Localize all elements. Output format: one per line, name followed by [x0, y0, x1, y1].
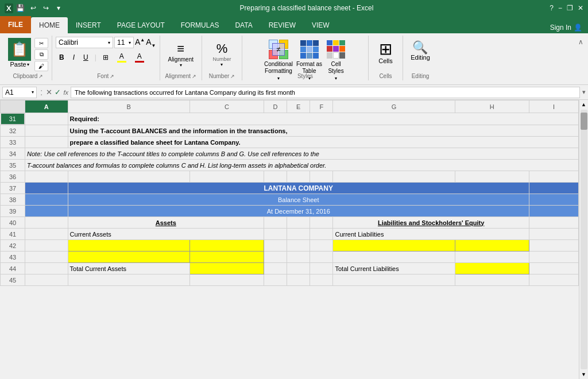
- help-icon[interactable]: ?: [550, 4, 554, 12]
- cell-f43[interactable]: [310, 252, 333, 263]
- underline-button[interactable]: U: [80, 52, 92, 63]
- col-header-h[interactable]: H: [455, 100, 529, 113]
- font-size-selector[interactable]: 11▾: [114, 37, 134, 48]
- cell-f36[interactable]: [310, 171, 333, 183]
- collapse-ribbon-button[interactable]: ∧: [578, 38, 583, 46]
- cell-b39[interactable]: At December 31, 2016: [68, 206, 529, 217]
- cell-d41[interactable]: [264, 229, 287, 240]
- tab-formulas[interactable]: FORMULAS: [173, 17, 227, 33]
- cell-d42[interactable]: [264, 240, 287, 252]
- cell-b37[interactable]: LANTANA COMPANY: [68, 183, 529, 194]
- cell-b40[interactable]: Assets: [68, 217, 264, 229]
- vertical-scrollbar[interactable]: ▲ ▼: [579, 100, 588, 379]
- cell-h43[interactable]: [455, 252, 529, 263]
- cell-g40[interactable]: Liabilities and Stockholders' Equity: [333, 217, 529, 229]
- minimize-button[interactable]: −: [558, 4, 562, 12]
- row-num-45[interactable]: 45: [1, 274, 25, 286]
- tab-page-layout[interactable]: PAGE LAYOUT: [109, 17, 173, 33]
- cell-a33[interactable]: [25, 137, 68, 148]
- cell-b43[interactable]: [68, 252, 189, 263]
- save-icon[interactable]: 💾: [16, 3, 26, 13]
- cell-f41[interactable]: [310, 229, 333, 240]
- insert-function-icon[interactable]: fx: [63, 89, 68, 96]
- close-button[interactable]: ✕: [578, 4, 583, 12]
- cell-g36[interactable]: [333, 171, 455, 183]
- scroll-thumb[interactable]: [581, 113, 587, 130]
- cell-b32[interactable]: Using the T-account BALANCES and the inf…: [68, 125, 578, 137]
- cell-e41[interactable]: [287, 229, 310, 240]
- cell-h45[interactable]: [455, 274, 529, 286]
- col-header-d[interactable]: D: [264, 100, 287, 113]
- cell-a35[interactable]: T-account balances and formulas to compl…: [25, 160, 579, 171]
- row-num-40[interactable]: 40: [1, 217, 25, 229]
- editing-button[interactable]: 🔍 Editing: [411, 41, 430, 61]
- cell-h44[interactable]: [455, 263, 529, 274]
- row-num-32[interactable]: 32: [1, 125, 25, 137]
- col-header-b[interactable]: B: [68, 100, 189, 113]
- cell-g44[interactable]: Total Current Liabilities: [333, 263, 455, 274]
- cell-a32[interactable]: [25, 125, 68, 137]
- cell-i39[interactable]: [529, 206, 578, 217]
- italic-button[interactable]: I: [69, 52, 78, 63]
- copy-button[interactable]: ⧉: [34, 49, 48, 60]
- number-expand-icon[interactable]: ↗: [230, 74, 235, 79]
- format-painter-button[interactable]: 🖌: [34, 61, 48, 71]
- cell-i44[interactable]: [529, 263, 578, 274]
- cells-button[interactable]: ⊞ Cells: [378, 41, 392, 64]
- cell-f45[interactable]: [310, 274, 333, 286]
- cell-i41[interactable]: [529, 229, 578, 240]
- cell-a43[interactable]: [25, 252, 68, 263]
- cell-f40[interactable]: [310, 217, 333, 229]
- tab-home[interactable]: HOME: [31, 17, 68, 33]
- cell-d44[interactable]: [264, 263, 287, 274]
- confirm-formula-icon[interactable]: ✓: [55, 88, 61, 96]
- row-num-31[interactable]: 31: [1, 113, 25, 125]
- sign-in-button[interactable]: Sign In 👤: [544, 22, 588, 33]
- cell-b33[interactable]: prepare a classified balance sheet for L…: [68, 137, 578, 148]
- cell-b38[interactable]: Balance Sheet: [68, 194, 529, 206]
- cell-b44[interactable]: Total Current Assets: [68, 263, 189, 274]
- cell-a44[interactable]: [25, 263, 68, 274]
- cell-b42[interactable]: [68, 240, 189, 252]
- cell-h36[interactable]: [455, 171, 529, 183]
- bold-button[interactable]: B: [56, 52, 68, 63]
- cell-c44[interactable]: [189, 263, 264, 274]
- cell-c45[interactable]: [189, 274, 264, 286]
- formula-input[interactable]: The following transactions occurred for …: [71, 87, 580, 98]
- cell-d36[interactable]: [264, 171, 287, 183]
- cell-b45[interactable]: [68, 274, 189, 286]
- cell-b41[interactable]: Current Assets: [68, 229, 264, 240]
- cell-a40[interactable]: [25, 217, 68, 229]
- cell-g42[interactable]: [333, 240, 455, 252]
- number-button[interactable]: % Number ▾: [212, 39, 231, 67]
- row-num-39[interactable]: 39: [1, 206, 25, 217]
- redo-icon[interactable]: ↪: [41, 3, 51, 13]
- cell-d45[interactable]: [264, 274, 287, 286]
- cell-g41[interactable]: Current Liabilities: [333, 229, 529, 240]
- cell-f44[interactable]: [310, 263, 333, 274]
- cell-b31[interactable]: Required:: [68, 113, 578, 125]
- row-num-37[interactable]: 37: [1, 183, 25, 194]
- scroll-up-button[interactable]: ▲: [579, 100, 589, 109]
- cell-a45[interactable]: [25, 274, 68, 286]
- row-num-33[interactable]: 33: [1, 137, 25, 148]
- cut-button[interactable]: ✂: [34, 38, 48, 48]
- cancel-formula-icon[interactable]: ✕: [46, 88, 52, 96]
- tab-insert[interactable]: INSERT: [68, 17, 109, 33]
- cell-i37[interactable]: [529, 183, 578, 194]
- col-header-a[interactable]: A: [25, 100, 68, 113]
- cell-i38[interactable]: [529, 194, 578, 206]
- font-expand-icon[interactable]: ↗: [110, 74, 114, 79]
- cell-reference-box[interactable]: A1 ▾: [2, 87, 37, 98]
- cell-a34[interactable]: Note: Use cell references to the T-accou…: [25, 148, 579, 160]
- cell-a39[interactable]: [25, 206, 68, 217]
- cell-a42[interactable]: [25, 240, 68, 252]
- cell-d43[interactable]: [264, 252, 287, 263]
- scroll-track[interactable]: [581, 110, 587, 369]
- row-num-35[interactable]: 35: [1, 160, 25, 171]
- tab-file[interactable]: FILE: [0, 16, 31, 33]
- cell-g43[interactable]: [333, 252, 455, 263]
- cell-a37[interactable]: [25, 183, 68, 194]
- row-num-42[interactable]: 42: [1, 240, 25, 252]
- cell-e45[interactable]: [287, 274, 310, 286]
